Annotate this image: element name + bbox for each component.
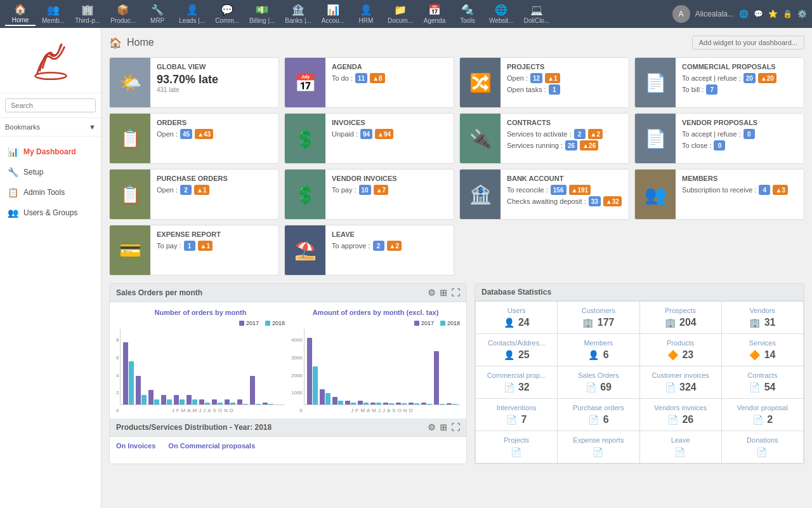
stat-commercial-prop[interactable]: Commercial prop... 📄 32 (476, 366, 557, 398)
nav-gear-icon[interactable]: ⚙️ (797, 10, 807, 18)
user-avatar[interactable]: A (672, 5, 690, 23)
nav-billing[interactable]: 💵 Billing |... (246, 3, 278, 25)
stat-leave[interactable]: Leave 📄 (640, 431, 721, 463)
admin-icon: 📋 (8, 187, 18, 197)
bar-2018 (180, 399, 185, 404)
stat-sales-orders[interactable]: Sales Orders 📄 69 (558, 366, 639, 398)
bar-group (199, 399, 210, 404)
nav-chat-icon[interactable]: 💬 (754, 10, 763, 18)
sidebar-item-setup[interactable]: 🔧 Setup (0, 162, 101, 182)
bar-group (409, 403, 419, 404)
sidebar-item-users[interactable]: 👥 Users & Groups (0, 203, 101, 223)
products-move-icon[interactable]: ⊞ (440, 422, 447, 432)
widget-icon-contracts: 🔌 (460, 114, 501, 163)
stat-customers[interactable]: Customers 🏢 177 (558, 302, 639, 333)
nav-leads[interactable]: 👤 Leads |... (175, 3, 209, 25)
nav-globe-icon[interactable]: 🌐 (739, 10, 749, 18)
stat-projects[interactable]: Projects 📄 (476, 431, 557, 463)
products-filter-icon[interactable]: ⚙ (428, 422, 436, 432)
widget-projects[interactable]: 🔀 PROJECTS Open : 12 ▲1 Open tasks : 1 (459, 57, 629, 108)
widget-agenda[interactable]: 📅 AGENDA To do : 11 ▲8 (284, 57, 454, 108)
bar-2018 (192, 399, 197, 404)
sidebar-item-admin[interactable]: 📋 Admin Tools (0, 182, 101, 203)
nav-lock-icon[interactable]: 🔒 (783, 10, 792, 18)
nav-comm[interactable]: 💬 Comm... (211, 3, 243, 25)
stat-users[interactable]: Users 👤 24 (476, 302, 557, 333)
move-icon[interactable]: ⊞ (440, 288, 447, 298)
bar-group (187, 395, 197, 404)
bar-group (383, 403, 394, 404)
stat-interventions[interactable]: Interventions 📄 7 (476, 399, 557, 431)
widget-members[interactable]: 👥 MEMBERS Subscription to receive : 4 ▲3 (634, 169, 804, 220)
filter-icon[interactable]: ⚙ (428, 288, 436, 298)
stat-contracts[interactable]: Contracts 📄 54 (722, 366, 803, 398)
widget-vendor-proposals[interactable]: 📄 VENDOR PROPOSALS To accept | refuse : … (634, 113, 804, 164)
expense-reports-stat-icon: 📄 (593, 447, 603, 457)
expand-icon[interactable]: ⛶ (451, 288, 460, 298)
stat-products[interactable]: Products 🔶 23 (640, 334, 721, 366)
amount-legend-2017-dot (414, 321, 419, 326)
widget-contracts[interactable]: 🔌 CONTRACTS Services to activate : 2 ▲2 … (459, 113, 629, 164)
widget-orders[interactable]: 📋 ORDERS Open : 45 ▲43 (109, 113, 279, 164)
nav-accounting[interactable]: 📊 Accou... (318, 3, 348, 25)
stat-vendors[interactable]: Vendors 🏢 31 (722, 302, 803, 333)
widget-expense-report[interactable]: 💳 EXPENSE REPORT To pay : 1 ▲1 (109, 225, 279, 276)
bar-2018 (376, 403, 381, 404)
widget-vendor-invoices[interactable]: 💲 VENDOR INVOICES To pay : 10 ▲7 (284, 169, 454, 220)
amount-bar-chart (304, 329, 460, 405)
nav-home[interactable]: 🏠 Home (5, 2, 36, 26)
nav-members[interactable]: 👥 Memb... (38, 3, 69, 25)
sidebar-item-dashboard[interactable]: 📊 My Dashboard (0, 142, 101, 162)
hrm-icon: 👤 (360, 4, 372, 16)
widget-purchase-orders[interactable]: 📋 PURCHASE ORDERS Open : 2 ▲1 (109, 169, 279, 220)
nav-documents[interactable]: 📁 Docum... (384, 3, 417, 25)
stat-expense-reports[interactable]: Expense reports 📄 (558, 431, 639, 463)
users-icon: 👥 (8, 208, 18, 218)
widget-bank-account[interactable]: 🏦 BANK ACCOUNT To reconcile : 156 ▲191 C… (459, 169, 629, 220)
widget-invoices[interactable]: 💲 INVOICES Unpaid : 94 ▲94 (284, 113, 454, 164)
nav-tools[interactable]: 🔩 Tools (452, 3, 483, 25)
main-content: 🏠 Home Add widget to your dashboard... 🌤… (102, 28, 812, 508)
stat-vendor-invoices[interactable]: Vendors invoices 📄 26 (640, 399, 721, 431)
stat-customer-invoices[interactable]: Customer invoices 📄 324 (640, 366, 721, 398)
bar-group (396, 403, 407, 404)
agenda-icon: 📅 (428, 4, 441, 16)
nav-agenda[interactable]: 📅 Agenda (419, 3, 450, 25)
add-widget-button[interactable]: Add widget to your dashboard... (692, 36, 804, 50)
stat-contacts[interactable]: Contacts/Addres... 👤 25 (476, 334, 557, 366)
widget-leave[interactable]: ⛱️ LEAVE To approve : 2 ▲2 (284, 225, 454, 276)
nav-products[interactable]: 📦 Produc... (107, 3, 140, 25)
stat-services[interactable]: Services 🔶 14 (722, 334, 803, 366)
widget-commercial-proposals[interactable]: 📄 COMMERCIAL PROPOSALS To accept | refus… (634, 57, 804, 108)
stat-prospects[interactable]: Prospects 🏢 204 (640, 302, 721, 333)
search-input[interactable] (5, 98, 96, 112)
nav-website[interactable]: 🌐 Websit... (485, 3, 518, 25)
nav-banks[interactable]: 🏦 Banks |... (281, 3, 315, 25)
stat-donations[interactable]: Donations 📄 (722, 431, 803, 463)
nav-thirdparty[interactable]: 🏢 Third-p... (71, 3, 104, 25)
bar-2018 (154, 399, 159, 404)
mrp-icon: 🔧 (151, 4, 164, 16)
bar-group (174, 395, 185, 404)
bookmarks-toggle[interactable]: Bookmarks ▼ (0, 118, 101, 137)
nav-star-icon[interactable]: ⭐ (768, 10, 778, 18)
widget-global-view[interactable]: 🌤️ GLOBAL VIEW 93.70% late 431 late (109, 57, 279, 108)
nav-hrm[interactable]: 👤 HRM (351, 3, 381, 25)
widget-icon-leave: ⛱️ (285, 225, 325, 275)
stat-purchase-orders[interactable]: Purchase orders 📄 6 (558, 399, 639, 431)
bar-2018 (129, 361, 134, 404)
page-title: 🏠 Home (109, 37, 154, 49)
bar-2018 (167, 399, 172, 404)
count-x-labels: JFMAMJ JASOND (120, 408, 285, 413)
products-expand-icon[interactable]: ⛶ (451, 422, 460, 432)
sidebar-search-area (0, 93, 101, 118)
stat-members[interactable]: Members 👤 6 (558, 334, 639, 366)
stat-vendor-proposal[interactable]: Vendor proposal 📄 2 (722, 399, 803, 431)
top-nav-right: A Alicealala... 🌐 💬 ⭐ 🔒 ⚙️ (672, 5, 807, 23)
user-name[interactable]: Alicealala... (695, 10, 734, 18)
amount-y-axis: 40003000200010000 (291, 337, 304, 413)
users-stat-icon: 👤 (504, 318, 514, 328)
widgets-grid: 🌤️ GLOBAL VIEW 93.70% late 431 late 📅 AG… (109, 57, 804, 276)
nav-mrp[interactable]: 🔧 MRP (142, 3, 173, 25)
nav-doliclo[interactable]: 💻 DoliClo... (520, 3, 554, 25)
